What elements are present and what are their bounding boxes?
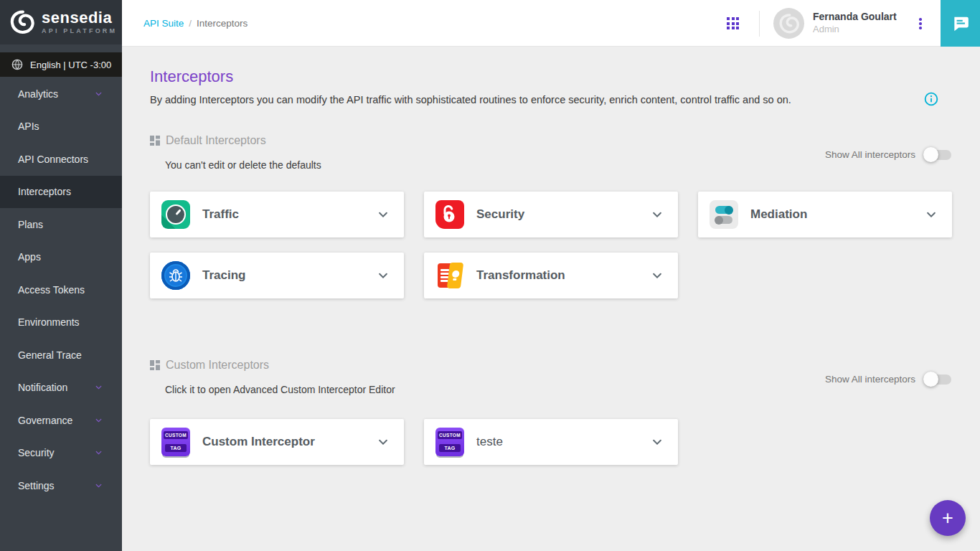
toggles-icon xyxy=(710,200,738,229)
sidebar-item-notification[interactable]: Notification xyxy=(0,372,122,405)
plus-icon: + xyxy=(942,507,953,529)
avatar-swirl-icon xyxy=(778,13,800,34)
custom-interceptors-header: Custom Interceptors xyxy=(150,359,269,372)
chat-bubble-icon xyxy=(951,14,970,33)
breadcrumb-api-suite[interactable]: API Suite xyxy=(143,18,184,29)
toggle-label: Show All interceptors xyxy=(825,149,915,160)
card-tracing[interactable]: Tracing xyxy=(150,253,404,298)
sidebar-item-general-trace[interactable]: General Trace xyxy=(0,339,122,372)
breadcrumb-separator: / xyxy=(189,18,192,29)
avatar[interactable] xyxy=(773,8,804,39)
page-title: Interceptors xyxy=(150,67,233,86)
show-all-interceptors-toggle[interactable] xyxy=(925,150,951,160)
section-title: Default Interceptors xyxy=(166,134,266,147)
chevron-down-icon xyxy=(94,89,103,98)
section-title: Custom Interceptors xyxy=(166,359,269,372)
chevron-down-icon xyxy=(94,481,103,490)
sidebar-nav: Analytics APIs API Connectors Intercepto… xyxy=(0,77,122,502)
chevron-down-icon xyxy=(94,383,103,392)
chevron-down-icon[interactable] xyxy=(377,435,390,448)
chevron-down-icon xyxy=(94,448,103,458)
sensedia-swirl-icon xyxy=(9,9,35,35)
card-title: teste xyxy=(476,435,651,449)
card-title: Mediation xyxy=(750,207,925,222)
breadcrumb: API Suite / Interceptors xyxy=(143,0,248,47)
topbar: API Suite / Interceptors Fernanda Goular… xyxy=(122,0,980,47)
card-security[interactable]: Security xyxy=(424,192,678,237)
card-title: Security xyxy=(476,207,651,222)
breadcrumb-current: Interceptors xyxy=(197,18,248,29)
sidebar-item-security[interactable]: Security xyxy=(0,437,122,470)
brand-tagline: API PLATFORM xyxy=(42,27,117,34)
document-bulb-icon xyxy=(435,261,464,290)
card-custom-interceptor[interactable]: CUSTOM TAG Custom Interceptor xyxy=(150,419,404,465)
add-interceptor-fab[interactable]: + xyxy=(930,500,966,536)
main-content: Interceptors By adding Interceptors you … xyxy=(122,47,980,551)
dashboard-icon xyxy=(150,360,160,370)
sidebar-item-api-connectors[interactable]: API Connectors xyxy=(0,143,122,176)
custom-interceptor-cards: CUSTOM TAG Custom Interceptor CUSTOM TAG… xyxy=(150,419,952,465)
chevron-down-icon[interactable] xyxy=(651,208,664,221)
card-title: Transformation xyxy=(476,268,651,283)
section-subtitle: You can't edit or delete the defaults xyxy=(165,159,321,171)
sidebar-item-access-tokens[interactable]: Access Tokens xyxy=(0,273,122,306)
section-subtitle: Click it to open Advanced Custom Interce… xyxy=(165,384,395,395)
chevron-down-icon[interactable] xyxy=(651,435,664,448)
custom-tag-icon: CUSTOM TAG xyxy=(161,428,190,456)
page-description: By adding Interceptors you can modify th… xyxy=(150,94,791,105)
custom-tag-icon: CUSTOM TAG xyxy=(435,428,464,456)
user-role: Admin xyxy=(813,23,897,35)
card-teste[interactable]: CUSTOM TAG teste xyxy=(424,419,678,465)
dashboard-icon xyxy=(150,136,160,146)
info-icon[interactable] xyxy=(924,92,938,106)
gauge-icon xyxy=(161,200,190,229)
card-traffic[interactable]: Traffic xyxy=(150,192,404,237)
show-all-interceptors-toggle[interactable] xyxy=(925,375,951,385)
user-info: Fernanda Goulart Admin xyxy=(813,11,897,35)
sidebar-item-apis[interactable]: APIs xyxy=(0,110,122,143)
card-title: Traffic xyxy=(202,207,377,222)
toggle-knob[interactable] xyxy=(923,147,938,162)
show-all-toggle-row: Show All interceptors xyxy=(825,374,951,385)
sidebar-item-plans[interactable]: Plans xyxy=(0,208,122,241)
brand-name: sensedia xyxy=(42,10,117,26)
user-menu-kebab-icon[interactable] xyxy=(913,16,928,32)
card-mediation[interactable]: Mediation xyxy=(698,192,952,237)
sidebar-item-settings[interactable]: Settings xyxy=(0,469,122,502)
chevron-down-icon xyxy=(94,415,103,425)
card-title: Tracing xyxy=(202,268,377,283)
language-label: English | UTC -3:00 xyxy=(30,60,111,70)
sidebar-item-environments[interactable]: Environments xyxy=(0,306,122,339)
bug-icon xyxy=(161,261,190,290)
toggle-label: Show All interceptors xyxy=(825,374,915,385)
show-all-toggle-row: Show All interceptors xyxy=(825,149,951,160)
default-interceptor-cards: Traffic Security Mediation xyxy=(150,192,952,298)
language-selector[interactable]: English | UTC -3:00 xyxy=(0,52,122,77)
apps-grid-icon[interactable] xyxy=(727,17,739,29)
toggle-knob[interactable] xyxy=(923,372,938,387)
sidebar-item-analytics[interactable]: Analytics xyxy=(0,77,122,110)
globe-icon xyxy=(11,59,23,70)
chevron-down-icon[interactable] xyxy=(377,208,390,221)
card-title: Custom Interceptor xyxy=(202,435,377,449)
topbar-divider xyxy=(759,11,760,37)
sidebar-item-interceptors[interactable]: Interceptors xyxy=(0,176,122,209)
padlock-icon xyxy=(435,200,464,229)
sidebar-item-apps[interactable]: Apps xyxy=(0,241,122,274)
brand-logo: sensedia API PLATFORM xyxy=(0,0,122,44)
chevron-down-icon[interactable] xyxy=(651,269,664,282)
sidebar-item-governance[interactable]: Governance xyxy=(0,404,122,437)
chevron-down-icon[interactable] xyxy=(925,208,938,221)
default-interceptors-header: Default Interceptors xyxy=(150,134,266,147)
user-name: Fernanda Goulart xyxy=(813,11,897,23)
sidebar: sensedia API PLATFORM English | UTC -3:0… xyxy=(0,0,122,551)
chevron-down-icon[interactable] xyxy=(377,269,390,282)
card-transformation[interactable]: Transformation xyxy=(424,253,678,298)
chat-button[interactable] xyxy=(941,0,980,47)
